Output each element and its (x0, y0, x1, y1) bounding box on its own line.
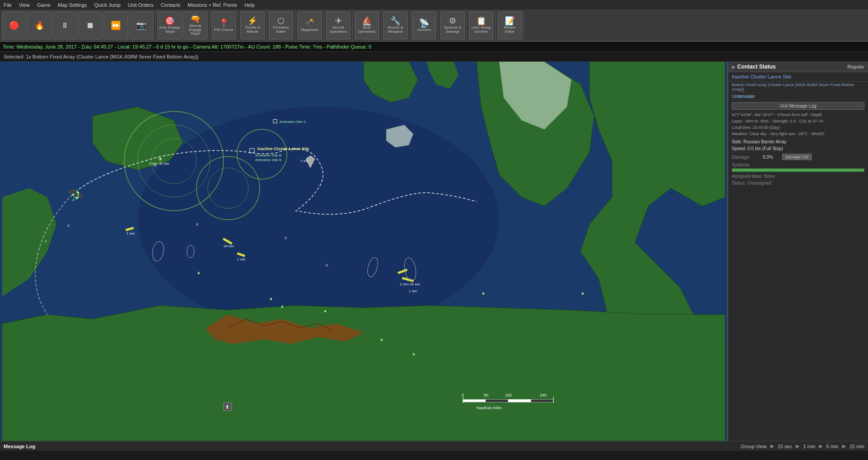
status-row: Status: Unassigned (728, 180, 868, 186)
svg-text:×: × (284, 235, 287, 241)
svg-point-1 (138, 107, 499, 333)
menu-unit-orders[interactable]: Unit Orders (128, 2, 153, 8)
aircraft-ops-btn[interactable]: ✈ Aircraft Operations (326, 11, 350, 39)
svg-rect-53 (531, 399, 553, 402)
svg-text:⬆: ⬆ (225, 404, 229, 410)
svg-text:34 sec: 34 sec (223, 244, 234, 248)
unit-side-row: Side: Russian Barrier Array (728, 138, 868, 145)
sensors-icon: 📡 (419, 19, 429, 27)
panel-arrow: ▶ (732, 64, 735, 69)
unit-local-time: Local time: 20:44:00 (Day) (728, 124, 868, 131)
mounts-section: 🔧 Mounts & Weapons (381, 10, 410, 41)
svg-rect-52 (508, 399, 531, 402)
svg-text:▲: ▲ (481, 290, 486, 295)
formation-label: Formation Editor (270, 26, 292, 34)
svg-rect-51 (486, 399, 508, 402)
menu-view[interactable]: View (19, 2, 30, 8)
systems-label: Systems & Damage (442, 26, 464, 34)
fire-btn[interactable]: 🔥 (27, 11, 52, 39)
unit-name: Inactive Cluster Lance Site (732, 74, 791, 79)
unit-speed-row: Speed: 0.0 kts (Full Stop) (728, 145, 868, 152)
assigned-base-row: Assigned base: None (728, 173, 868, 180)
right-panel: ▶ Contact Status Regular Inactive Cluste… (727, 62, 868, 441)
time-option-2[interactable]: 1 min (803, 444, 815, 449)
manual-engage-btn[interactable]: 🔫 Manual Engage Target (183, 11, 207, 39)
mounts-label: Mounts & Weapons (385, 26, 406, 34)
auto-engage-label: Auto Engage Target (159, 26, 181, 34)
svg-text:⬛⬛: ⬛⬛ (74, 193, 83, 197)
group-view-label: Group View (740, 444, 766, 449)
mounts-weapons-btn[interactable]: 🔧 Mounts & Weapons (383, 11, 408, 39)
pause-btn[interactable]: ⏸ (53, 11, 77, 39)
time-bar: Time: Wednesday, June 28, 2017 - Zulu: 0… (0, 42, 868, 52)
svg-text:Activation Site C: Activation Site C (280, 120, 306, 124)
formation-icon: ⬡ (277, 17, 285, 25)
menu-missions[interactable]: Missions + Ref. Points (187, 2, 237, 8)
doctrine-icon: 📋 (476, 17, 486, 25)
svg-text:1 sec: 1 sec (237, 257, 246, 261)
fast-btn[interactable]: ⏩ (104, 11, 128, 39)
time-option-1[interactable]: 15 sec (778, 444, 792, 449)
plot-course-icon: 📍 (219, 19, 229, 27)
engage-section: 🎯 Auto Engage Target 🔫 Manual Engage Tar… (156, 10, 210, 41)
svg-text:▲: ▲ (280, 303, 285, 308)
systems-damage-btn[interactable]: ⚙ Systems & Damage (440, 11, 465, 39)
stop-btn[interactable]: ⏹ (78, 11, 103, 39)
damage-ctrl-btn[interactable]: Damage Ctrl (782, 154, 812, 160)
boat-ops-btn[interactable]: ⛵ Boat Operations (355, 11, 379, 39)
magazines-btn[interactable]: 💣 Magazines (297, 11, 322, 39)
mounts-icon: 🔧 (390, 17, 400, 25)
sensors-btn[interactable]: 📡 Sensors (412, 11, 436, 39)
unit-type: Underwater (728, 93, 868, 100)
auto-engage-btn[interactable]: 🎯 Auto Engage Target (158, 11, 182, 39)
menu-help[interactable]: Help (244, 2, 255, 8)
selected-info: Selected: 1x Bottom Fixed Array (Cluster… (0, 52, 868, 62)
svg-text:240: 240 (540, 393, 547, 397)
magazines-label: Magazines (301, 28, 319, 32)
menu-map-settings[interactable]: Map Settings (58, 2, 87, 8)
svg-text:2 min 35 sec: 2 min 35 sec (149, 161, 169, 166)
magazines-icon: 💣 (305, 19, 315, 27)
svg-text:×: × (67, 223, 70, 229)
manual-engage-label: Manual Engage Target (184, 24, 206, 36)
svg-text:Activation Site B: Activation Site B (255, 153, 281, 157)
map-area[interactable]: A ✈ A Inactive Cluster Lance Site Activa… (0, 62, 727, 441)
svg-text:1 sec: 1 sec (301, 159, 309, 163)
svg-text:×: × (325, 262, 328, 269)
record-btn[interactable]: 🔴 (2, 11, 26, 39)
menu-game[interactable]: Game (37, 2, 50, 8)
regular-badge: Regular (848, 64, 864, 69)
time-option-4[interactable]: 15 min (849, 444, 864, 449)
menu-contacts[interactable]: Contacts (161, 2, 180, 8)
time-option-3[interactable]: 5 min (826, 444, 838, 449)
svg-text:▲: ▲ (380, 337, 384, 342)
damage-row: Damage: 0.0% Damage Ctrl (728, 152, 868, 161)
formation-editor-btn[interactable]: ⬡ Formation Editor (269, 11, 293, 39)
svg-text:Activation Site B: Activation Site B (255, 158, 281, 162)
bottom-bar: Message Log Group View ▶ 15 sec ▶ 1 min … (0, 441, 868, 451)
plot-course-btn[interactable]: 📍 Plot Course (212, 11, 236, 39)
time-text: Time: Wednesday, June 28, 2017 - Zulu: 0… (3, 44, 371, 49)
throttle-icon: ⚡ (247, 17, 257, 25)
svg-text:×: × (196, 221, 199, 228)
menu-quick-jump[interactable]: Quick Jump (94, 2, 121, 8)
mission-editor-btn[interactable]: 📝 Mission Editor (498, 11, 522, 39)
selected-label: Selected: (4, 54, 25, 59)
play-icon-4: ▶ (842, 443, 846, 449)
doctrine-label: Unit / Group Doctrine (470, 26, 492, 34)
aircraft-ops-icon: ✈ (335, 17, 342, 25)
svg-text:0: 0 (462, 393, 464, 397)
camera-btn[interactable]: 📷 (129, 11, 153, 39)
unit-message-log-btn[interactable]: Unit Message Log (732, 102, 864, 110)
menu-bar: File View Game Map Settings Quick Jump U… (0, 0, 868, 10)
systems-row: Systems: (728, 161, 868, 173)
mission-editor-section: 📝 Mission Editor (496, 10, 524, 41)
play-icon-2: ▶ (796, 443, 799, 449)
menu-file[interactable]: File (4, 2, 12, 8)
svg-text:Inactive Cluster Lance Site: Inactive Cluster Lance Site (257, 147, 309, 151)
plot-course-section: 📍 Plot Course (210, 10, 238, 41)
magazines-section: 💣 Magazines (296, 10, 324, 41)
unit-doctrine-btn[interactable]: 📋 Unit / Group Doctrine (469, 11, 493, 39)
throttle-altitude-btn[interactable]: ⚡ Throttle & Altitude (240, 11, 265, 39)
throttle-label: Throttle & Altitude (242, 26, 263, 34)
